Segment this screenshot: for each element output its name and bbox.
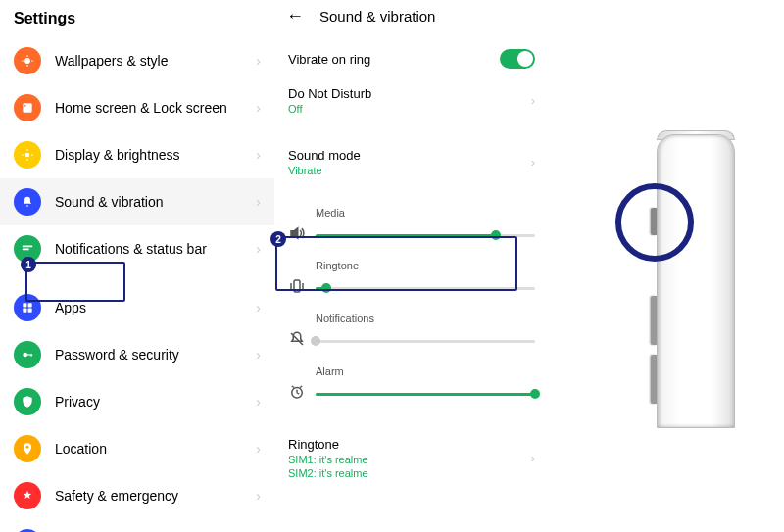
toggle-switch[interactable]	[500, 49, 535, 69]
svg-rect-10	[23, 303, 26, 307]
wallpaper-icon	[14, 47, 41, 74]
dnd-row[interactable]: Do Not Disturb Off ›	[274, 77, 549, 123]
row-label: Vibrate on ring	[288, 52, 370, 67]
row-label: Do Not Disturb	[288, 86, 371, 101]
notifications-slider[interactable]	[316, 340, 535, 343]
chevron-right-icon: ›	[256, 488, 261, 504]
item-label: Password & security	[55, 347, 179, 363]
chevron-right-icon: ›	[256, 300, 261, 315]
sim2-value: SIM2: it's realme	[288, 467, 368, 479]
notifications-slider-row: Notifications	[274, 307, 549, 360]
svg-line-27	[292, 386, 294, 388]
bell-off-icon	[288, 330, 306, 352]
item-label: Home screen & Lock screen	[55, 100, 227, 116]
svg-rect-9	[23, 248, 29, 250]
sound-header: ← Sound & vibration	[274, 0, 549, 40]
item-label: Display & brightness	[55, 147, 180, 163]
slider-label: Media	[316, 207, 535, 218]
chevron-right-icon: ›	[256, 347, 261, 363]
svg-point-17	[26, 446, 29, 449]
row-value: Vibrate	[288, 165, 361, 176]
item-sound[interactable]: Sound & vibration ›	[0, 178, 274, 225]
item-label: Privacy	[55, 394, 100, 410]
svg-line-28	[300, 386, 302, 388]
row-value: Off	[288, 103, 371, 115]
panel-title: Sound & vibration	[319, 8, 435, 24]
volume-down-button-icon	[651, 355, 657, 404]
svg-rect-11	[28, 303, 32, 307]
phone-illustration-panel	[549, 0, 784, 532]
item-privacy[interactable]: Privacy ›	[0, 378, 274, 425]
slider-label: Alarm	[316, 365, 535, 377]
item-wallpapers[interactable]: Wallpapers & style ›	[0, 37, 274, 84]
chevron-right-icon: ›	[256, 241, 261, 257]
settings-title: Settings	[0, 6, 274, 37]
item-safety[interactable]: Safety & emergency ›	[0, 472, 274, 519]
chevron-right-icon: ›	[256, 394, 261, 410]
key-icon	[14, 341, 41, 368]
sim1-value: SIM1: it's realme	[288, 454, 368, 465]
item-label: Sound & vibration	[55, 194, 164, 210]
chevron-right-icon: ›	[256, 441, 261, 457]
item-label: Apps	[55, 300, 86, 315]
row-label: Sound mode	[288, 148, 361, 163]
chevron-right-icon: ›	[256, 194, 261, 210]
svg-rect-12	[23, 309, 26, 313]
circle-highlight-icon	[615, 183, 694, 262]
item-label: Location	[55, 441, 107, 457]
alarm-slider-row: Alarm	[274, 360, 549, 412]
svg-point-14	[23, 353, 27, 358]
alarm-slider[interactable]	[316, 393, 535, 396]
item-homescreen[interactable]: Home screen & Lock screen ›	[0, 84, 274, 131]
svg-rect-13	[28, 309, 32, 313]
alarm-icon	[288, 383, 306, 405]
ringtone-row[interactable]: Ringtone SIM1: it's realme SIM2: it's re…	[274, 428, 549, 488]
chevron-right-icon: ›	[256, 53, 261, 69]
phone-illustration	[578, 95, 755, 438]
annotation-badge-2: 2	[270, 231, 286, 247]
svg-rect-8	[23, 246, 33, 248]
svg-rect-1	[23, 103, 31, 112]
chevron-right-icon: ›	[531, 155, 535, 169]
svg-point-0	[24, 58, 30, 64]
svg-line-26	[297, 393, 299, 395]
svg-point-3	[25, 153, 30, 158]
item-label: Safety & emergency	[55, 488, 178, 504]
slider-label: Notifications	[316, 313, 535, 324]
item-display[interactable]: Display & brightness ›	[0, 131, 274, 178]
item-battery[interactable]: Battery ›	[0, 519, 274, 532]
item-label: Notifications & status bar	[55, 241, 207, 257]
item-password[interactable]: Password & security ›	[0, 331, 274, 378]
row-label: Ringtone	[288, 437, 368, 452]
vibrate-on-ring-row[interactable]: Vibrate on ring	[274, 40, 549, 77]
volume-up-button-icon	[651, 296, 657, 345]
item-label: Wallpapers & style	[55, 53, 168, 69]
annotation-box-2	[275, 236, 517, 291]
item-location[interactable]: Location ›	[0, 425, 274, 472]
back-icon[interactable]: ←	[286, 6, 304, 26]
shield-icon	[14, 388, 41, 415]
svg-rect-16	[31, 354, 32, 356]
pin-icon	[14, 435, 41, 462]
chevron-right-icon: ›	[531, 451, 535, 465]
sound-mode-row[interactable]: Sound mode Vibrate ›	[274, 139, 549, 185]
brightness-icon	[14, 141, 41, 169]
chevron-right-icon: ›	[256, 100, 261, 116]
homescreen-icon	[14, 94, 41, 121]
chevron-right-icon: ›	[531, 93, 535, 108]
annotation-badge-1: 1	[21, 257, 36, 272]
bell-icon	[14, 188, 41, 216]
chevron-right-icon: ›	[256, 147, 261, 163]
annotation-box-1	[25, 262, 125, 302]
svg-point-2	[24, 105, 26, 107]
emergency-icon	[14, 482, 41, 509]
